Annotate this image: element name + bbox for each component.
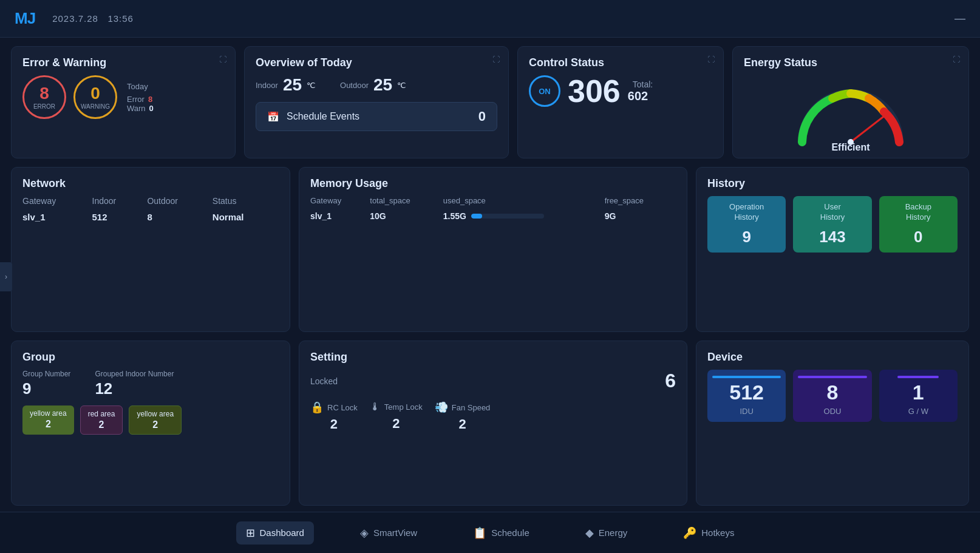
net-gateway-val: slv_1 (22, 211, 92, 223)
mem-col-free: free_space (605, 196, 676, 210)
ew-body: 8 ERROR 0 WARNING Today Error 8 Wa (22, 75, 224, 119)
odu-val: 8 (827, 381, 839, 404)
error-count: 8 (39, 85, 49, 102)
schedule-label: Schedule Events (287, 111, 359, 122)
net-col-outdoor: Outdoor (147, 196, 212, 211)
expand-icon-ew[interactable]: ⛶ (219, 55, 226, 64)
nav-hotkeys[interactable]: 🔑 Hotkeys (673, 521, 744, 545)
control-total-val: 602 (628, 89, 653, 103)
gauge-container: Efficient (744, 75, 958, 153)
expand-icon-energy[interactable]: ⛶ (953, 55, 960, 64)
time: 13:56 (107, 13, 134, 24)
mem-col-gateway: Gateway (310, 196, 370, 210)
energy-title: Energy Status (744, 56, 958, 69)
table-row: slv_1 512 8 Normal (22, 211, 279, 223)
group-number-item: Group Number 9 (22, 370, 70, 398)
schedule-icon: 📋 (473, 526, 486, 540)
area-yellow-1[interactable]: yellow area 2 (22, 405, 74, 435)
grouped-indoor-label: Grouped Indoor Number (95, 370, 174, 378)
control-on-count: 306 (568, 75, 621, 107)
idu-label: IDU (740, 407, 753, 416)
operation-history-label: OperationHistory (729, 202, 764, 223)
history-card: History OperationHistory 9 UserHistory 1… (696, 167, 969, 332)
error-badge: 8 ERROR (22, 75, 66, 119)
left-col: Network Gateway Indoor Outdoor Status sl… (11, 167, 290, 506)
gw-val: 1 (913, 381, 924, 404)
idu-bar (712, 376, 781, 378)
setting-locked-count: 6 (665, 370, 676, 392)
energy-card: Energy Status ⛶ (732, 46, 969, 158)
temp-lock-val: 2 (392, 416, 400, 432)
fan-speed-val: 2 (458, 416, 466, 432)
device-odu: 8 ODU (793, 370, 871, 422)
odu-label: ODU (824, 407, 842, 416)
mem-col-total: total_space (370, 196, 443, 210)
net-col-status: Status (213, 196, 279, 211)
lower-section: Network Gateway Indoor Outdoor Status sl… (11, 167, 969, 506)
grouped-indoor-item: Grouped Indoor Number 12 (95, 370, 174, 398)
header-minimize[interactable]: — (954, 12, 965, 25)
net-col-gateway: Gateway (22, 196, 92, 211)
warn-stat: Warn 0 (127, 104, 154, 113)
gw-label: G / W (908, 407, 928, 416)
history-items: OperationHistory 9 UserHistory 143 Backu… (707, 196, 958, 253)
history-operation[interactable]: OperationHistory 9 (707, 196, 786, 253)
error-label: ERROR (33, 103, 55, 110)
right-col: History OperationHistory 9 UserHistory 1… (696, 167, 969, 506)
date: 2023.7.28 (52, 13, 98, 24)
net-outdoor-val: 8 (147, 211, 212, 223)
setting-items: 🔒 RC Lock 2 🌡 Temp Lock 2 (310, 401, 676, 432)
setting-locked-label: Locked (310, 376, 338, 386)
table-row: slv_1 10G 1.55G 9G (310, 210, 676, 222)
warning-count: 0 (90, 85, 100, 102)
network-header-row: Gateway Indoor Outdoor Status (22, 196, 279, 211)
expand-icon-overview[interactable]: ⛶ (492, 55, 500, 64)
rc-lock-val: 2 (330, 416, 338, 432)
mem-bar (471, 214, 544, 219)
temp-lock-label: Temp Lock (384, 402, 423, 412)
outdoor-temp: Outdoor 25 ℃ (340, 75, 406, 95)
device-gw: 1 G / W (879, 370, 958, 422)
nav-dashboard-label: Dashboard (260, 528, 304, 538)
setting-fan-speed: 💨 Fan Speed 2 (435, 401, 491, 432)
svg-line-0 (851, 115, 886, 142)
mem-total: 10G (370, 210, 443, 222)
ew-stats: Today Error 8 Warn 0 (127, 82, 154, 113)
mem-bar-fill (471, 214, 482, 219)
group-title: Group (22, 351, 279, 364)
group-card: Group Group Number 9 Grouped Indoor Numb… (11, 341, 290, 506)
hotkeys-icon: 🔑 (683, 526, 696, 540)
nav-smartview[interactable]: ◈ SmartView (350, 521, 427, 545)
main-content: Error & Warning ⛶ 8 ERROR 0 WARNING Toda… (0, 38, 980, 512)
nav-dashboard[interactable]: ⊞ Dashboard (236, 521, 314, 545)
expand-icon-control[interactable]: ⛶ (707, 55, 715, 64)
history-user[interactable]: UserHistory 143 (793, 196, 871, 253)
gauge-svg (790, 75, 911, 148)
smartview-icon: ◈ (360, 526, 369, 540)
mem-col-used: used_space (443, 196, 605, 210)
area-red[interactable]: red area 2 (80, 405, 123, 435)
network-title: Network (22, 177, 279, 190)
nav-smartview-label: SmartView (373, 528, 417, 538)
history-backup[interactable]: BackupHistory 0 (879, 196, 958, 253)
setting-top: Locked 6 (310, 370, 676, 392)
sidebar-collapse-arrow[interactable]: › (0, 262, 12, 291)
setting-title: Setting (310, 351, 676, 364)
net-indoor-val: 512 (92, 211, 148, 223)
schedule-events-btn[interactable]: 📅 Schedule Events 0 (256, 102, 497, 131)
energy-icon: ◆ (585, 526, 594, 540)
gw-bar (897, 376, 939, 378)
nav-schedule[interactable]: 📋 Schedule (463, 521, 539, 545)
indoor-temp: Indoor 25 ℃ (256, 75, 316, 95)
warning-label: WARNING (81, 103, 110, 110)
outdoor-temp-val: 25 (373, 75, 392, 95)
nav-energy[interactable]: ◆ Energy (576, 521, 638, 545)
device-title: Device (707, 351, 958, 364)
control-card: Control Status ⛶ ON 306 Total: 602 (517, 46, 724, 158)
area-yellow-2[interactable]: yellow area 2 (129, 405, 182, 435)
setting-temp-lock: 🌡 Temp Lock 2 (370, 401, 423, 432)
control-total-group: Total: 602 (628, 80, 653, 103)
network-table: Gateway Indoor Outdoor Status slv_1 512 … (22, 196, 279, 223)
mem-used: 1.55G (443, 210, 605, 222)
fan-speed-icon: 💨 (435, 401, 448, 414)
